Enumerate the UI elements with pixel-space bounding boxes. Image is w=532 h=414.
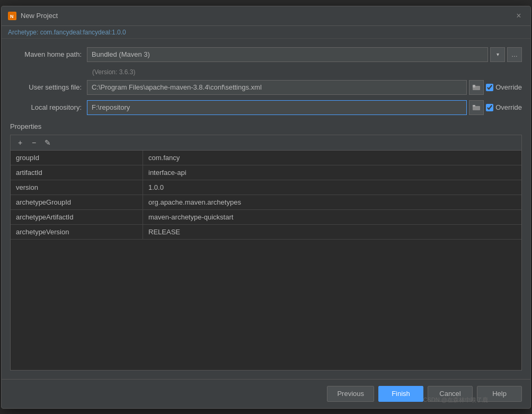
svg-text:N: N xyxy=(10,14,14,19)
prop-key-groupid: groupId xyxy=(11,151,143,165)
version-hint: (Version: 3.6.3) xyxy=(10,67,522,80)
new-project-dialog: N New Project × Archetype: com.fancydeal… xyxy=(1,6,531,409)
prop-value-archetypegroupid: org.apache.maven.archetypes xyxy=(143,195,521,209)
properties-panel: + − ✎ groupId com.fancy artifactId inter… xyxy=(10,135,522,371)
local-repo-override-label: Override xyxy=(495,103,522,111)
local-repo-label: Local repository: xyxy=(10,103,87,111)
prop-value-artifactid: interface-api xyxy=(143,165,521,180)
finish-button[interactable]: Finish xyxy=(378,386,423,402)
local-repo-browse-button[interactable] xyxy=(469,100,484,115)
prop-key-archetypeartifactid: archetypeArtifactId xyxy=(11,210,143,224)
user-settings-browse-button[interactable] xyxy=(469,80,484,95)
svg-rect-4 xyxy=(473,85,475,86)
user-settings-override-label: Override xyxy=(495,83,522,91)
previous-button[interactable]: Previous xyxy=(327,386,374,402)
properties-section-title: Properties xyxy=(10,122,522,130)
local-repo-input[interactable] xyxy=(87,100,467,115)
prop-key-archetypegroupid: archetypeGroupId xyxy=(11,195,143,209)
dialog-title: New Project xyxy=(21,12,58,20)
table-row: archetypeArtifactId maven-archetype-quic… xyxy=(11,210,521,225)
svg-rect-5 xyxy=(473,106,480,110)
maven-home-label: Maven home path: xyxy=(10,50,87,58)
table-row: archetypeVersion RELEASE xyxy=(11,225,521,240)
prop-key-artifactid: artifactId xyxy=(11,165,143,180)
title-bar: N New Project × xyxy=(2,6,530,26)
user-settings-input-wrapper: Override xyxy=(87,80,522,95)
watermark: CSDN @在森林中嗅了鹿 xyxy=(423,396,488,404)
maven-home-dropdown-button[interactable]: ▾ xyxy=(490,47,505,62)
prop-value-version: 1.0.0 xyxy=(143,180,521,195)
properties-table: groupId com.fancy artifactId interface-a… xyxy=(11,151,521,370)
svg-rect-6 xyxy=(473,105,475,107)
maven-home-browse-button[interactable]: … xyxy=(507,47,522,62)
table-row: artifactId interface-api xyxy=(11,165,521,180)
table-row: version 1.0.0 xyxy=(11,180,521,195)
user-settings-input[interactable] xyxy=(87,80,467,95)
prop-key-version: version xyxy=(11,180,143,195)
local-repo-row: Local repository: Override xyxy=(10,100,522,115)
maven-home-input-wrapper: ▾ … xyxy=(87,47,522,62)
edit-property-button[interactable]: ✎ xyxy=(42,137,53,148)
user-settings-override-checkbox[interactable] xyxy=(486,84,493,91)
maven-home-row: Maven home path: ▾ … xyxy=(10,47,522,62)
prop-value-archetypeartifactid: maven-archetype-quickstart xyxy=(143,210,521,224)
app-icon: N xyxy=(8,12,16,20)
prop-value-groupid: com.fancy xyxy=(143,151,521,165)
local-repo-override-wrapper: Override xyxy=(486,103,522,111)
table-row: archetypeGroupId org.apache.maven.archet… xyxy=(11,195,521,210)
user-settings-label: User settings file: xyxy=(10,83,87,91)
remove-property-button[interactable]: − xyxy=(29,137,39,148)
table-row: groupId com.fancy xyxy=(11,151,521,165)
prop-key-archetypeversion: archetypeVersion xyxy=(11,225,143,239)
breadcrumb-bar: Archetype: com.fancydeal:fancydeal:1.0.0 xyxy=(2,26,530,39)
maven-home-input[interactable] xyxy=(87,47,488,62)
add-property-button[interactable]: + xyxy=(15,137,25,148)
prop-value-archetypeversion: RELEASE xyxy=(143,225,521,239)
user-settings-row: User settings file: Override xyxy=(10,80,522,95)
breadcrumb: Archetype: com.fancydeal:fancydeal:1.0.0 xyxy=(8,29,126,36)
title-bar-left: N New Project xyxy=(8,12,58,20)
user-settings-override-wrapper: Override xyxy=(486,83,522,91)
dialog-content: Maven home path: ▾ … (Version: 3.6.3) Us… xyxy=(2,39,530,379)
close-button[interactable]: × xyxy=(513,11,524,21)
properties-toolbar: + − ✎ xyxy=(11,135,521,151)
local-repo-input-wrapper: Override xyxy=(87,100,522,115)
local-repo-override-checkbox[interactable] xyxy=(486,104,493,111)
